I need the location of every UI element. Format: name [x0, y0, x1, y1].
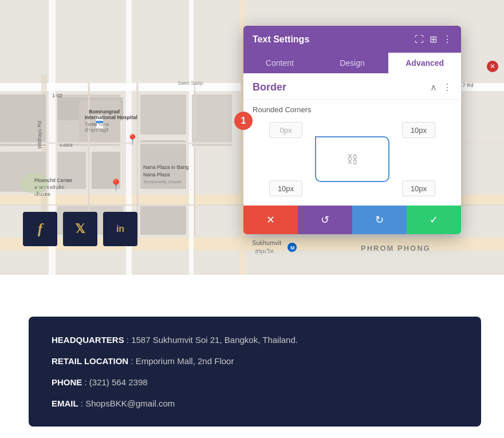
text-settings-panel: Text Settings ⛶ ⊞ ⋮ Content Design Advan… — [243, 26, 461, 234]
corners-area: ⛓ — [243, 117, 461, 206]
cancel-button[interactable]: ✕ — [243, 206, 298, 234]
svg-text:1-02/2: 1-02/2 — [60, 143, 73, 148]
svg-text:Saen Saep: Saen Saep — [178, 80, 203, 86]
tab-design[interactable]: Design — [316, 53, 389, 73]
corner-tl-input[interactable] — [269, 122, 302, 138]
panel-body: Border ∧ ⋮ Rounded Corners ⛓ — [243, 73, 461, 234]
action-bar: ✕ ↺ ↻ ✓ — [243, 206, 461, 234]
svg-text:International Hospital: International Hospital — [85, 115, 137, 120]
collapse-icon[interactable]: ∧ — [430, 82, 437, 93]
svg-text:อาคารเพลินจิต: อาคารเพลินจิต — [34, 185, 64, 190]
facebook-button[interactable]: f — [23, 212, 57, 246]
rounded-corners-label: Rounded Corners — [243, 100, 461, 117]
svg-text:📍: 📍 — [109, 178, 123, 192]
panel-tabs: Content Design Advanced — [243, 53, 461, 73]
headquarters-value: : 1587 Sukhumvit Soi 21, Bangkok, Thaila… — [124, 335, 298, 345]
section-more-icon[interactable]: ⋮ — [443, 82, 452, 93]
panel-title: Text Settings — [253, 34, 309, 45]
svg-rect-22 — [140, 206, 186, 235]
svg-text:โรงพยาบาล: โรงพยาบาล — [85, 121, 109, 127]
svg-text:Ploenchit Center: Ploenchit Center — [34, 177, 73, 183]
email-value: : ShopsBKK@gmail.com — [78, 398, 175, 408]
save-button[interactable]: ✓ — [407, 206, 461, 234]
section-header-actions: ∧ ⋮ — [430, 82, 452, 93]
twitter-button[interactable]: 𝕏 — [63, 212, 97, 246]
svg-text:Witthayu Rd: Witthayu Rd — [37, 121, 42, 149]
svg-text:สุขุมวิท: สุขุมวิท — [255, 248, 274, 255]
retail-line: RETAIL LOCATION : Emporium Mall, 2nd Flo… — [52, 355, 458, 367]
svg-rect-10 — [57, 152, 86, 189]
reset-button[interactable]: ↺ — [298, 206, 352, 234]
panel-header-actions: ⛶ ⊞ ⋮ — [415, 34, 452, 45]
svg-text:Temporarily closed: Temporarily closed — [143, 179, 182, 184]
svg-text:M: M — [290, 245, 295, 251]
link-chain-icon: ⛓ — [346, 153, 358, 166]
svg-rect-16 — [140, 94, 186, 135]
svg-text:📍: 📍 — [126, 133, 139, 146]
phone-label: PHONE — [52, 377, 82, 387]
email-line: EMAIL : ShopsBKK@gmail.com — [52, 397, 458, 409]
more-icon[interactable]: ⋮ — [443, 34, 452, 45]
svg-text:Nana Plaza: Nana Plaza — [143, 172, 170, 177]
svg-text:Bumrungrad: Bumrungrad — [89, 109, 120, 115]
svg-text:บำรุงราษฎร์: บำรุงราษฎร์ — [85, 127, 109, 133]
expand-icon[interactable]: ⛶ — [415, 34, 424, 45]
linkedin-icon: in — [116, 224, 124, 234]
corners-grid: ⛓ — [269, 122, 435, 196]
facebook-icon: f — [38, 220, 43, 238]
corner-br-input[interactable] — [402, 180, 435, 196]
step-badge-1: 1 — [234, 112, 253, 130]
footer-card: HEADQUARTERS : 1587 Sukhumvit Soi 21, Ba… — [29, 317, 481, 427]
svg-text:1-02: 1-02 — [52, 93, 62, 98]
svg-text:PHROM PHONG: PHROM PHONG — [361, 244, 431, 252]
svg-text:Nana Plaza in Bang: Nana Plaza in Bang — [143, 164, 189, 170]
retail-value: : Emporium Mall, 2nd Floor — [128, 356, 234, 366]
svg-text:เอ็น เดอ: เอ็น เดอ — [34, 191, 50, 197]
svg-text:Sukhumvit: Sukhumvit — [252, 239, 281, 246]
email-label: EMAIL — [52, 398, 78, 408]
border-section-header: Border ∧ ⋮ — [243, 73, 461, 100]
corner-tr-input[interactable] — [402, 122, 435, 138]
headquarters-line: HEADQUARTERS : 1587 Sukhumvit Soi 21, Ba… — [52, 334, 458, 346]
border-preview: ⛓ — [315, 136, 389, 182]
retail-label: RETAIL LOCATION — [52, 356, 128, 366]
redo-button[interactable]: ↻ — [352, 206, 407, 234]
linkedin-button[interactable]: in — [103, 212, 137, 246]
tab-advanced[interactable]: Advanced — [388, 53, 461, 73]
social-icons-row: f 𝕏 in — [23, 212, 137, 246]
phone-line: PHONE : (321) 564 2398 — [52, 376, 458, 388]
columns-icon[interactable]: ⊞ — [430, 34, 437, 45]
headquarters-label: HEADQUARTERS — [52, 335, 124, 345]
svg-rect-18 — [192, 94, 232, 146]
svg-point-28 — [20, 173, 49, 194]
corner-bl-input[interactable] — [269, 180, 302, 196]
panel-header: Text Settings ⛶ ⊞ ⋮ — [243, 26, 461, 53]
border-section-title: Border — [253, 81, 286, 93]
phone-value: : (321) 564 2398 — [82, 377, 147, 387]
twitter-icon: 𝕏 — [75, 222, 85, 236]
panel-edge-close[interactable]: ✕ — [487, 61, 498, 72]
tab-content[interactable]: Content — [243, 53, 316, 73]
